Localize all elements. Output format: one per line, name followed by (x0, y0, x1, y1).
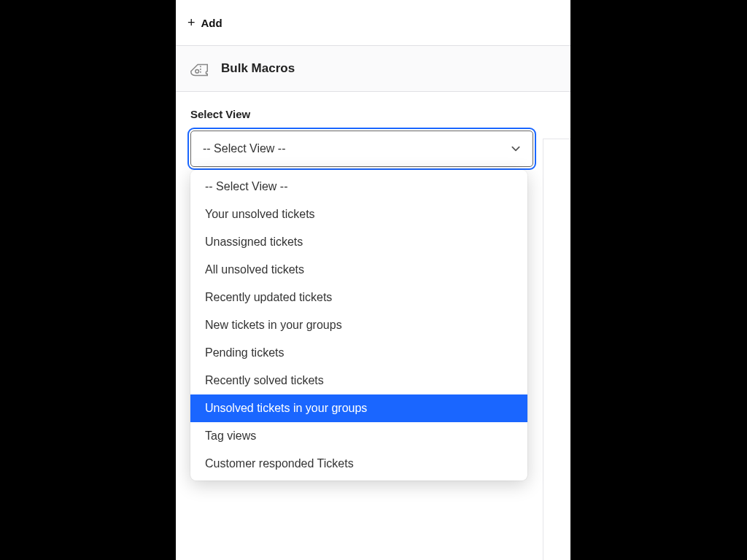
select-view-options: -- Select View --Your unsolved ticketsUn… (190, 170, 527, 481)
topbar: + Add (176, 0, 570, 45)
app-panel: + Add Bulk Macros Select View -- Select … (176, 0, 570, 560)
select-view-field: -- Select View -- -- Select View --Your … (190, 131, 556, 167)
content-area: Select View -- Select View -- -- Select … (176, 92, 570, 183)
right-panel-edge (543, 139, 570, 560)
dropdown-option[interactable]: Recently solved tickets (190, 367, 527, 394)
svg-point-1 (196, 69, 199, 73)
dropdown-option[interactable]: Pending tickets (190, 339, 527, 367)
add-button-label: Add (201, 17, 222, 29)
dropdown-option[interactable]: Unassigned tickets (190, 228, 527, 256)
dropdown-option[interactable]: -- Select View -- (190, 173, 527, 201)
header-bar: Bulk Macros (176, 45, 570, 92)
chevron-down-icon (511, 144, 521, 154)
dropdown-option[interactable]: Your unsolved tickets (190, 201, 527, 228)
select-view-dropdown[interactable]: -- Select View -- (190, 131, 533, 167)
dropdown-option[interactable]: Recently updated tickets (190, 284, 527, 311)
dropdown-option[interactable]: Customer responded Tickets (190, 450, 527, 478)
select-view-value: -- Select View -- (203, 142, 286, 155)
tickets-icon (187, 57, 211, 80)
dropdown-option[interactable]: All unsolved tickets (190, 256, 527, 284)
add-button[interactable]: + Add (183, 12, 227, 34)
dropdown-option[interactable]: Unsolved tickets in your groups (190, 394, 527, 422)
select-view-label: Select View (190, 108, 556, 120)
dropdown-option[interactable]: New tickets in your groups (190, 311, 527, 339)
plus-icon: + (187, 16, 196, 29)
dropdown-option[interactable]: Tag views (190, 422, 527, 450)
page-title: Bulk Macros (221, 61, 295, 76)
